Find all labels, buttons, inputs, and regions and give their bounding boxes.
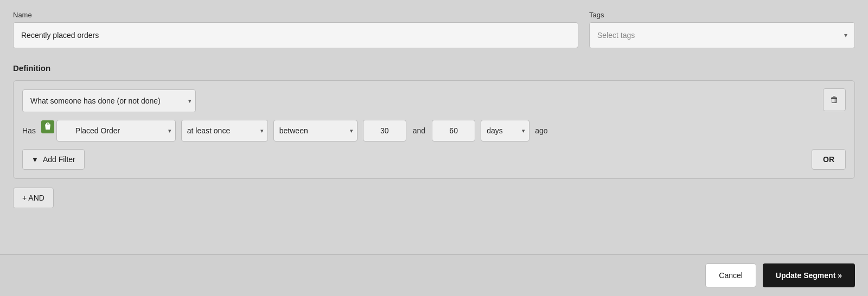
- definition-section: Definition What someone has done (or not…: [13, 63, 855, 208]
- name-field-group: Name: [13, 11, 578, 48]
- and-btn-label: + AND: [22, 194, 44, 202]
- frequency-wrapper: at least once ▾: [181, 120, 268, 141]
- frequency-select[interactable]: at least once: [181, 120, 268, 141]
- add-filter-button[interactable]: ▼ Add Filter: [22, 149, 85, 170]
- tags-label: Tags: [589, 11, 855, 19]
- delete-condition-button[interactable]: 🗑: [823, 88, 846, 111]
- ago-label: ago: [535, 126, 547, 135]
- or-button[interactable]: OR: [812, 149, 846, 170]
- definition-title: Definition: [13, 63, 855, 73]
- condition-type-wrapper: What someone has done (or not done) ▾: [22, 89, 196, 112]
- cancel-label: Cancel: [719, 271, 743, 280]
- placed-order-wrapper: Placed Order ▾: [41, 120, 176, 141]
- add-filter-label: Add Filter: [43, 155, 75, 164]
- condition-filter-row: Has Placed Order ▾ at least once: [22, 120, 846, 141]
- update-segment-button[interactable]: Update Segment »: [763, 263, 855, 287]
- condition-top-row: What someone has done (or not done) ▾ 🗑: [22, 89, 846, 112]
- condition-bottom-row: ▼ Add Filter OR: [22, 149, 846, 170]
- footer: Cancel Update Segment »: [0, 254, 868, 296]
- trash-icon: 🗑: [830, 95, 839, 105]
- action-select[interactable]: Placed Order: [56, 120, 176, 141]
- cancel-button[interactable]: Cancel: [705, 263, 756, 287]
- value-from-input[interactable]: [363, 120, 406, 141]
- tags-field-group: Tags Select tags ▾: [589, 11, 855, 48]
- value-to-input[interactable]: [432, 120, 475, 141]
- range-wrapper: between ▾: [273, 120, 358, 141]
- unit-wrapper: days ▾: [481, 120, 529, 141]
- condition-type-select[interactable]: What someone has done (or not done): [22, 89, 196, 112]
- update-label: Update Segment »: [776, 271, 842, 280]
- shopify-icon: [41, 120, 54, 133]
- tags-select-wrapper: Select tags ▾: [589, 22, 855, 48]
- filter-icon: ▼: [31, 156, 39, 164]
- condition-block: What someone has done (or not done) ▾ 🗑 …: [13, 80, 855, 179]
- and-button[interactable]: + AND: [13, 188, 54, 208]
- or-label: OR: [823, 155, 834, 164]
- name-input[interactable]: [13, 22, 578, 48]
- and-connector-label: and: [412, 126, 426, 135]
- tags-select[interactable]: Select tags: [589, 22, 855, 48]
- name-label: Name: [13, 11, 578, 19]
- has-label: Has: [22, 126, 36, 135]
- range-select[interactable]: between: [273, 120, 358, 141]
- unit-select[interactable]: days: [481, 120, 529, 141]
